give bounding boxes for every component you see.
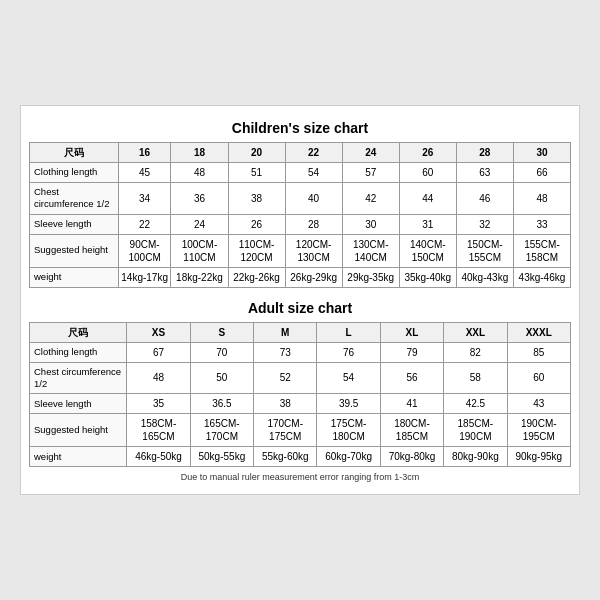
children-cell-0-2: 51 <box>228 162 285 182</box>
children-cell-0-4: 57 <box>342 162 399 182</box>
children-col-header-7: 28 <box>456 142 513 162</box>
adult-cell-2-6: 43 <box>507 394 570 414</box>
children-cell-4-0: 14kg-17kg <box>118 267 171 287</box>
children-row-1: Chest circumference 1/23436384042444648 <box>30 182 571 214</box>
children-row-label-2: Sleeve length <box>30 214 119 234</box>
children-row-3: Suggested height90CM-100CM100CM-110CM110… <box>30 234 571 267</box>
children-col-header-5: 24 <box>342 142 399 162</box>
children-cell-4-6: 40kg-43kg <box>456 267 513 287</box>
children-cell-2-1: 24 <box>171 214 228 234</box>
adult-col-header-3: M <box>254 322 317 342</box>
adult-cell-4-3: 60kg-70kg <box>317 447 380 467</box>
adult-row-label-3: Suggested height <box>30 414 127 447</box>
adult-col-header-6: XXL <box>444 322 507 342</box>
adult-row-label-0: Clothing length <box>30 342 127 362</box>
adult-cell-4-0: 46kg-50kg <box>127 447 190 467</box>
children-header-row: 尺码1618202224262830 <box>30 142 571 162</box>
children-row-4: weight14kg-17kg18kg-22kg22kg-26kg26kg-29… <box>30 267 571 287</box>
children-cell-3-1: 100CM-110CM <box>171 234 228 267</box>
children-cell-3-6: 150CM-155CM <box>456 234 513 267</box>
adult-cell-3-4: 180CM-185CM <box>380 414 443 447</box>
children-row-2: Sleeve length2224262830313233 <box>30 214 571 234</box>
children-cell-3-7: 155CM-158CM <box>513 234 570 267</box>
children-col-header-1: 16 <box>118 142 171 162</box>
children-cell-0-5: 60 <box>399 162 456 182</box>
children-cell-1-3: 40 <box>285 182 342 214</box>
adult-cell-3-3: 175CM-180CM <box>317 414 380 447</box>
children-cell-4-7: 43kg-46kg <box>513 267 570 287</box>
children-row-label-1: Chest circumference 1/2 <box>30 182 119 214</box>
children-cell-2-0: 22 <box>118 214 171 234</box>
adult-cell-3-1: 165CM-170CM <box>190 414 253 447</box>
adult-cell-0-2: 73 <box>254 342 317 362</box>
children-cell-3-5: 140CM-150CM <box>399 234 456 267</box>
adult-row-1: Chest circumference 1/248505254565860 <box>30 362 571 394</box>
children-cell-3-4: 130CM-140CM <box>342 234 399 267</box>
adult-row-3: Suggested height158CM-165CM165CM-170CM17… <box>30 414 571 447</box>
adult-row-label-1: Chest circumference 1/2 <box>30 362 127 394</box>
adult-col-header-5: XL <box>380 322 443 342</box>
adult-row-0: Clothing length67707376798285 <box>30 342 571 362</box>
children-col-header-3: 20 <box>228 142 285 162</box>
children-cell-1-5: 44 <box>399 182 456 214</box>
adult-col-header-0: 尺码 <box>30 322 127 342</box>
children-cell-0-0: 45 <box>118 162 171 182</box>
adult-cell-2-2: 38 <box>254 394 317 414</box>
children-cell-2-4: 30 <box>342 214 399 234</box>
adult-cell-0-0: 67 <box>127 342 190 362</box>
children-row-label-3: Suggested height <box>30 234 119 267</box>
children-cell-2-3: 28 <box>285 214 342 234</box>
children-cell-4-4: 29kg-35kg <box>342 267 399 287</box>
adult-cell-1-3: 54 <box>317 362 380 394</box>
adult-cell-1-5: 58 <box>444 362 507 394</box>
adult-cell-2-5: 42.5 <box>444 394 507 414</box>
children-cell-4-2: 22kg-26kg <box>228 267 285 287</box>
adult-row-2: Sleeve length3536.53839.54142.543 <box>30 394 571 414</box>
adult-cell-2-3: 39.5 <box>317 394 380 414</box>
children-cell-2-5: 31 <box>399 214 456 234</box>
children-cell-0-1: 48 <box>171 162 228 182</box>
adult-cell-1-1: 50 <box>190 362 253 394</box>
adult-cell-2-1: 36.5 <box>190 394 253 414</box>
children-cell-1-2: 38 <box>228 182 285 214</box>
adult-size-table: 尺码XSSMLXLXXLXXXL Clothing length67707376… <box>29 322 571 468</box>
adult-cell-2-4: 41 <box>380 394 443 414</box>
adult-cell-4-1: 50kg-55kg <box>190 447 253 467</box>
children-col-header-0: 尺码 <box>30 142 119 162</box>
children-cell-2-7: 33 <box>513 214 570 234</box>
adult-cell-4-6: 90kg-95kg <box>507 447 570 467</box>
children-cell-2-6: 32 <box>456 214 513 234</box>
adult-cell-0-1: 70 <box>190 342 253 362</box>
adult-cell-1-2: 52 <box>254 362 317 394</box>
adult-col-header-4: L <box>317 322 380 342</box>
adult-row-label-2: Sleeve length <box>30 394 127 414</box>
adult-cell-3-6: 190CM-195CM <box>507 414 570 447</box>
children-cell-4-5: 35kg-40kg <box>399 267 456 287</box>
adult-cell-2-0: 35 <box>127 394 190 414</box>
children-cell-3-0: 90CM-100CM <box>118 234 171 267</box>
adult-cell-3-5: 185CM-190CM <box>444 414 507 447</box>
adult-col-header-7: XXXL <box>507 322 570 342</box>
children-cell-0-7: 66 <box>513 162 570 182</box>
children-cell-2-2: 26 <box>228 214 285 234</box>
children-cell-1-1: 36 <box>171 182 228 214</box>
adult-row-label-4: weight <box>30 447 127 467</box>
adult-col-header-2: S <box>190 322 253 342</box>
adult-cell-0-5: 82 <box>444 342 507 362</box>
adult-cell-0-6: 85 <box>507 342 570 362</box>
children-row-0: Clothing length4548515457606366 <box>30 162 571 182</box>
adult-cell-4-5: 80kg-90kg <box>444 447 507 467</box>
children-size-table: 尺码1618202224262830 Clothing length454851… <box>29 142 571 288</box>
adult-cell-3-0: 158CM-165CM <box>127 414 190 447</box>
children-cell-3-2: 110CM-120CM <box>228 234 285 267</box>
adult-cell-4-4: 70kg-80kg <box>380 447 443 467</box>
adult-cell-0-4: 79 <box>380 342 443 362</box>
children-col-header-4: 22 <box>285 142 342 162</box>
adult-header-row: 尺码XSSMLXLXXLXXXL <box>30 322 571 342</box>
children-cell-1-4: 42 <box>342 182 399 214</box>
adult-cell-1-6: 60 <box>507 362 570 394</box>
children-row-label-4: weight <box>30 267 119 287</box>
adult-cell-1-4: 56 <box>380 362 443 394</box>
children-col-header-8: 30 <box>513 142 570 162</box>
children-cell-3-3: 120CM-130CM <box>285 234 342 267</box>
